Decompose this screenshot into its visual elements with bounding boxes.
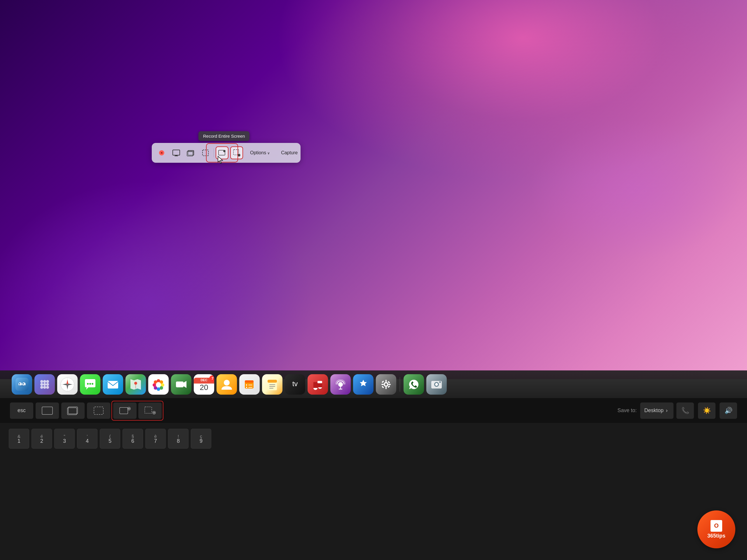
key-3[interactable]: "3 xyxy=(54,429,75,449)
touchbar-record-highlight-group xyxy=(111,401,163,421)
desktop-swirl-layer xyxy=(0,0,747,379)
screenshot-window-button[interactable] xyxy=(184,146,197,159)
touchbar-esc-key[interactable]: esc xyxy=(10,402,33,419)
notes-icon-graphic xyxy=(266,378,279,391)
svg-point-89 xyxy=(439,381,441,383)
svg-point-26 xyxy=(43,383,46,386)
key-1[interactable]: &1 xyxy=(9,429,29,449)
dock-icon-image-capture[interactable] xyxy=(426,374,447,395)
svg-rect-81 xyxy=(388,384,391,385)
svg-point-41 xyxy=(92,383,93,385)
key-7[interactable]: è7 xyxy=(145,429,166,449)
dock-icon-contacts[interactable] xyxy=(216,374,237,395)
dock-icon-finder[interactable] xyxy=(12,374,32,395)
record-selection-icon xyxy=(233,149,241,157)
svg-point-52 xyxy=(156,382,161,387)
touchbar-volume-key[interactable]: 🔊 xyxy=(720,402,737,419)
mail-icon-graphic xyxy=(106,378,119,391)
key-8[interactable]: !8 xyxy=(168,429,188,449)
keyboard: &1 é2 "3 '4 (5 §6 è7 !8 ç9 xyxy=(0,423,747,454)
close-icon xyxy=(159,150,164,156)
touchbar-brightness-key[interactable]: ☀️ xyxy=(698,402,716,419)
touchbar-screenshot-selection-icon xyxy=(93,406,104,415)
key-6[interactable]: §6 xyxy=(123,429,143,449)
dock-icon-appstore[interactable] xyxy=(353,374,374,395)
svg-rect-66 xyxy=(269,388,274,389)
screenshot-selection-button[interactable] xyxy=(199,146,212,159)
touchbar-record-screen-key[interactable] xyxy=(113,402,136,419)
key-5[interactable]: (5 xyxy=(100,429,120,449)
svg-rect-58 xyxy=(246,384,247,385)
dock-icon-messages[interactable] xyxy=(80,374,100,395)
svg-point-12 xyxy=(224,151,225,152)
svg-rect-59 xyxy=(246,387,247,388)
key-9[interactable]: ç9 xyxy=(191,429,211,449)
touchbar-screenshot-entire-icon xyxy=(42,406,53,415)
options-button[interactable]: Options ∨ xyxy=(246,148,274,158)
365tips-badge-inner: O 365tips xyxy=(707,520,725,539)
svg-point-88 xyxy=(435,383,438,386)
svg-rect-72 xyxy=(313,382,317,388)
screenshot-entire-screen-button[interactable] xyxy=(170,146,183,159)
calendar-date-text: 20 xyxy=(200,383,208,391)
touchbar-record-selection-key[interactable] xyxy=(138,402,162,419)
dock-icon-appletv[interactable]: tv xyxy=(285,374,305,395)
svg-point-39 xyxy=(87,383,89,385)
svg-point-77 xyxy=(385,383,387,385)
touchbar-screenshot-window-key[interactable] xyxy=(61,402,85,419)
svg-rect-78 xyxy=(385,380,387,382)
svg-text:tv: tv xyxy=(292,380,298,388)
dock-icon-reminders[interactable] xyxy=(239,374,260,395)
svg-rect-3 xyxy=(173,150,180,155)
dock-icon-mail[interactable] xyxy=(103,374,123,395)
svg-rect-64 xyxy=(269,384,275,385)
touchbar-desktop-label: Desktop xyxy=(644,407,664,414)
tooltip: Record Entire Screen xyxy=(199,131,250,141)
dock-icon-music[interactable] xyxy=(308,374,328,395)
365tips-badge[interactable]: O 365tips xyxy=(697,510,735,548)
svg-point-23 xyxy=(43,380,46,383)
appstore-icon-graphic xyxy=(357,378,370,391)
photos-icon-graphic xyxy=(152,378,165,391)
dock-icon-facetime[interactable] xyxy=(171,374,191,395)
dock-icon-photos[interactable] xyxy=(148,374,169,395)
capture-toolbar: Options ∨ Capture xyxy=(152,143,301,163)
touchbar-phone-key[interactable]: 📞 xyxy=(676,402,694,419)
key-2[interactable]: é2 xyxy=(31,429,52,449)
touchbar-chevron-icon: › xyxy=(666,407,668,414)
touchbar: esc xyxy=(0,398,747,423)
tooltip-text: Record Entire Screen xyxy=(203,134,245,138)
svg-rect-60 xyxy=(248,385,252,385)
badge-text: 365tips xyxy=(707,533,725,539)
touchbar-desktop-dropdown[interactable]: Desktop › xyxy=(640,402,673,419)
svg-point-22 xyxy=(40,380,43,383)
office-icon: O xyxy=(711,520,722,532)
touchbar-screenshot-window-icon xyxy=(67,406,79,415)
capture-button[interactable]: Capture xyxy=(276,148,303,158)
close-button[interactable] xyxy=(155,146,168,159)
dock-icon-podcasts[interactable] xyxy=(330,374,351,395)
dock-icon-safari[interactable] xyxy=(57,374,78,395)
touchbar-screenshot-entire-key[interactable] xyxy=(35,402,59,419)
dock-icon-system-preferences[interactable] xyxy=(376,374,396,395)
svg-rect-83 xyxy=(387,381,390,383)
music-icon-graphic xyxy=(311,378,324,391)
record-entire-screen-button[interactable] xyxy=(216,146,229,159)
dock-icon-launchpad[interactable] xyxy=(34,374,55,395)
svg-point-18 xyxy=(18,382,22,386)
toolbar-separator-1 xyxy=(213,149,214,157)
screenshot-entire-icon xyxy=(172,149,180,157)
dock-icon-calendar[interactable]: DEC DEC 7 20 xyxy=(194,374,214,395)
svg-rect-13 xyxy=(233,150,239,155)
reminders-icon-graphic xyxy=(243,378,256,391)
dock-icon-notes[interactable] xyxy=(262,374,282,395)
svg-rect-97 xyxy=(145,407,152,413)
touchbar-screenshot-selection-key[interactable] xyxy=(87,402,110,419)
svg-rect-79 xyxy=(385,387,387,389)
record-selection-button[interactable] xyxy=(230,146,243,159)
calendar-badge: 7 xyxy=(209,375,214,382)
dock-icon-whatsapp[interactable] xyxy=(404,374,424,395)
svg-point-99 xyxy=(153,412,155,413)
key-4[interactable]: '4 xyxy=(77,429,98,449)
dock-icon-maps[interactable] xyxy=(126,374,146,395)
